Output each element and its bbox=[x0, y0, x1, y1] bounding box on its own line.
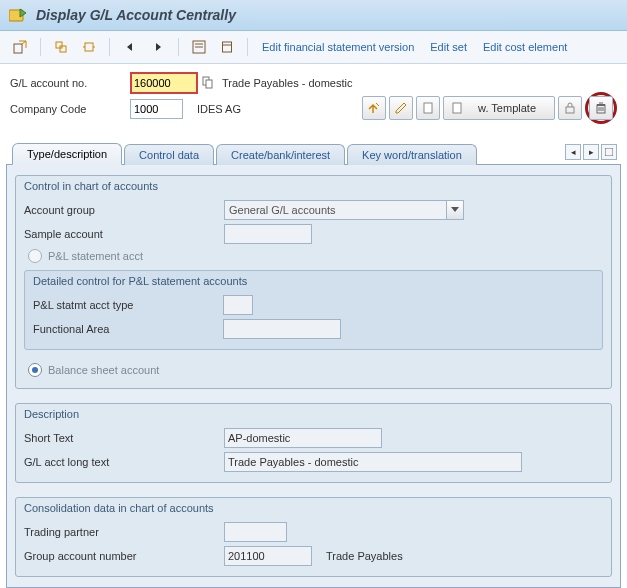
header-action-bar: w. Template bbox=[362, 92, 617, 124]
app-toolbar: Edit financial statement version Edit se… bbox=[0, 31, 627, 64]
edit-set-link[interactable]: Edit set bbox=[430, 41, 467, 53]
functional-area-input[interactable] bbox=[223, 319, 341, 339]
titlebar: Display G/L Account Centrally bbox=[0, 0, 627, 31]
group-control-title: Control in chart of accounts bbox=[16, 176, 611, 198]
tabstrip: Type/description Control data Create/ban… bbox=[6, 142, 621, 588]
group-consolidation-title: Consolidation data in chart of accounts bbox=[16, 498, 611, 520]
display-change-icon-button[interactable] bbox=[362, 96, 386, 120]
company-code-input[interactable] bbox=[130, 99, 183, 119]
short-text-input[interactable] bbox=[224, 428, 382, 448]
balance-sheet-radio-row[interactable]: Balance sheet account bbox=[24, 360, 603, 380]
pl-type-input[interactable] bbox=[223, 295, 253, 315]
group-detailed-pl-title: Detailed control for P&L statement accou… bbox=[25, 271, 602, 293]
company-code-label: Company Code bbox=[10, 103, 130, 115]
edit-pencil-button[interactable] bbox=[389, 96, 413, 120]
group-account-input[interactable] bbox=[224, 546, 312, 566]
with-template-label: w. Template bbox=[478, 102, 536, 114]
other-account-button[interactable] bbox=[49, 36, 73, 58]
svg-rect-3 bbox=[60, 46, 66, 52]
account-group-label: Account group bbox=[24, 204, 224, 216]
pl-type-label: P&L statmt acct type bbox=[33, 299, 223, 311]
lock-button[interactable] bbox=[558, 96, 582, 120]
pl-statement-radio-label: P&L statement acct bbox=[48, 250, 143, 262]
svg-rect-14 bbox=[424, 103, 432, 113]
gl-account-label: G/L account no. bbox=[10, 77, 130, 89]
account-group-value: General G/L accounts bbox=[224, 200, 464, 220]
edit-cost-element-link[interactable]: Edit cost element bbox=[483, 41, 567, 53]
svg-rect-10 bbox=[223, 42, 232, 52]
layout-button[interactable] bbox=[215, 36, 239, 58]
tab-scroll-left-button[interactable]: ◂ bbox=[565, 144, 581, 160]
page-title: Display G/L Account Centrally bbox=[36, 7, 236, 23]
long-text-input[interactable] bbox=[224, 452, 522, 472]
separator bbox=[178, 38, 179, 56]
dropdown-arrow-icon[interactable] bbox=[446, 201, 463, 219]
tab-nav-buttons: ◂ ▸ bbox=[565, 144, 617, 160]
svg-rect-4 bbox=[85, 43, 93, 51]
group-control-chart: Control in chart of accounts Account gro… bbox=[15, 175, 612, 389]
svg-rect-1 bbox=[14, 44, 22, 53]
group-description: Description Short Text G/L acct long tex… bbox=[15, 403, 612, 483]
next-button[interactable] bbox=[146, 36, 170, 58]
edit-fsv-link[interactable]: Edit financial statement version bbox=[262, 41, 414, 53]
svg-rect-15 bbox=[453, 103, 461, 113]
balance-sheet-radio[interactable] bbox=[28, 363, 42, 377]
tab-type-description[interactable]: Type/description bbox=[12, 143, 122, 165]
separator bbox=[247, 38, 248, 56]
delete-button[interactable] bbox=[589, 96, 613, 120]
sample-account-input[interactable] bbox=[224, 224, 312, 244]
tab-create-bank-interest[interactable]: Create/bank/interest bbox=[216, 144, 345, 165]
group-detailed-pl: Detailed control for P&L statement accou… bbox=[24, 270, 603, 350]
group-description-title: Description bbox=[16, 404, 611, 426]
group-consolidation: Consolidation data in chart of accounts … bbox=[15, 497, 612, 577]
account-group-dropdown[interactable]: General G/L accounts bbox=[224, 200, 464, 220]
long-text-label: G/L acct long text bbox=[24, 456, 224, 468]
gl-account-input[interactable] bbox=[130, 72, 198, 94]
separator bbox=[40, 38, 41, 56]
pl-statement-radio-row[interactable]: P&L statement acct bbox=[24, 246, 603, 266]
pl-statement-radio[interactable] bbox=[28, 249, 42, 263]
tab-scroll-right-button[interactable]: ▸ bbox=[583, 144, 599, 160]
sample-account-label: Sample account bbox=[24, 228, 224, 240]
svg-rect-13 bbox=[206, 80, 212, 88]
with-template-button[interactable]: w. Template bbox=[443, 96, 555, 120]
where-used-button[interactable] bbox=[77, 36, 101, 58]
tab-keyword-translation[interactable]: Key word/translation bbox=[347, 144, 477, 165]
tab-control-data[interactable]: Control data bbox=[124, 144, 214, 165]
svg-rect-2 bbox=[56, 42, 62, 48]
delete-highlight-circle bbox=[585, 92, 617, 124]
toggle-display-change-button[interactable] bbox=[8, 36, 32, 58]
short-text-label: Short Text bbox=[24, 432, 224, 444]
balance-sheet-radio-label: Balance sheet account bbox=[48, 364, 159, 376]
trading-partner-label: Trading partner bbox=[24, 526, 224, 538]
tab-content: Control in chart of accounts Account gro… bbox=[6, 165, 621, 588]
tab-list-button[interactable] bbox=[601, 144, 617, 160]
company-code-desc: IDES AG bbox=[197, 103, 241, 115]
svg-rect-23 bbox=[605, 148, 613, 156]
functional-area-label: Functional Area bbox=[33, 323, 223, 335]
app-icon bbox=[8, 6, 28, 24]
gl-account-desc: Trade Payables - domestic bbox=[222, 77, 352, 89]
prev-button[interactable] bbox=[118, 36, 142, 58]
trading-partner-input[interactable] bbox=[224, 522, 287, 542]
header-area: G/L account no. Trade Payables - domesti… bbox=[0, 64, 627, 134]
group-account-desc: Trade Payables bbox=[326, 550, 403, 562]
svg-rect-16 bbox=[566, 107, 574, 113]
separator bbox=[109, 38, 110, 56]
change-documents-button[interactable] bbox=[187, 36, 211, 58]
create-button[interactable] bbox=[416, 96, 440, 120]
group-account-label: Group account number bbox=[24, 550, 224, 562]
search-help-icon[interactable] bbox=[200, 74, 216, 92]
